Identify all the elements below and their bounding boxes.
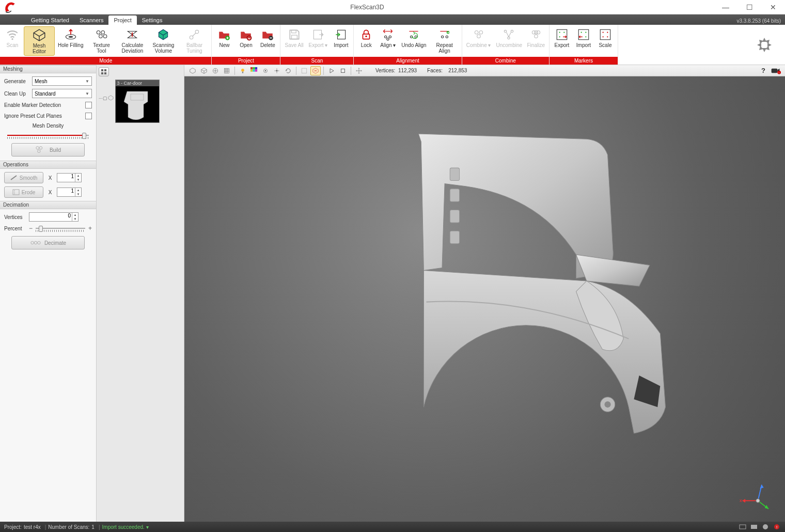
erode-value-input[interactable]: 1▲▼ bbox=[57, 187, 82, 197]
markers-export-button[interactable]: Export bbox=[552, 26, 572, 49]
cleanup-dropdown[interactable]: Standard▼ bbox=[32, 89, 92, 98]
ballbar-tuning-button[interactable]: Ballbar Tuning bbox=[179, 26, 209, 55]
smooth-value-input[interactable]: 1▲▼ bbox=[57, 173, 82, 182]
marker-detect-checkbox[interactable] bbox=[85, 102, 92, 108]
markers-scale-button[interactable]: Scale bbox=[595, 26, 616, 49]
thumbs-view-tab[interactable] bbox=[99, 67, 109, 76]
color-grid-button[interactable] bbox=[249, 66, 259, 75]
percent-slider[interactable] bbox=[36, 225, 85, 232]
generate-dropdown[interactable]: Mesh▼ bbox=[32, 76, 92, 86]
status-project-label: Project: bbox=[4, 524, 22, 530]
repeat-align-button[interactable]: Repeat Align bbox=[430, 26, 460, 55]
help-button[interactable]: ? bbox=[758, 66, 768, 75]
align-button[interactable]: Align ▾ bbox=[378, 26, 398, 49]
marker-toggle[interactable] bbox=[260, 66, 271, 75]
close-button[interactable]: ✕ bbox=[761, 0, 785, 14]
new-button[interactable]: New bbox=[214, 26, 234, 49]
spin-up-icon[interactable]: ▲ bbox=[75, 188, 81, 192]
minimize-button[interactable]: — bbox=[714, 0, 737, 14]
selection-lasso[interactable] bbox=[310, 66, 321, 75]
group-label-scan: Scan bbox=[280, 57, 353, 65]
finalize-button[interactable]: Finalize bbox=[525, 26, 546, 49]
view-mode-3[interactable] bbox=[210, 66, 221, 75]
export-button[interactable]: Export ▾ bbox=[307, 26, 330, 49]
selection-rect[interactable] bbox=[299, 66, 309, 75]
undo-align-icon bbox=[406, 27, 421, 42]
decimate-icon bbox=[30, 238, 41, 247]
tab-settings[interactable]: Settings bbox=[137, 15, 168, 25]
ignore-cut-label: Ignore Preset Cut Planes bbox=[4, 113, 62, 119]
scan-button[interactable]: Scan bbox=[2, 26, 23, 49]
spin-down-icon[interactable]: ▼ bbox=[75, 178, 81, 182]
spin-up-icon[interactable]: ▲ bbox=[72, 213, 78, 217]
mesh-editor-button[interactable]: Mesh Editor bbox=[24, 26, 55, 56]
tree-toggle[interactable]: ···▢ bbox=[99, 95, 114, 101]
svg-rect-82 bbox=[341, 69, 345, 72]
tab-project[interactable]: Project bbox=[108, 15, 136, 25]
lock-button[interactable]: Lock bbox=[356, 26, 376, 49]
save-icon bbox=[287, 27, 302, 42]
uncombine-button[interactable]: Uncombine bbox=[494, 26, 524, 49]
hole-filling-button[interactable]: Hole Filling bbox=[56, 26, 85, 49]
ignore-cut-checkbox[interactable] bbox=[85, 113, 92, 119]
import-button[interactable]: Import bbox=[331, 26, 351, 49]
status-icon-2[interactable] bbox=[750, 523, 758, 530]
svg-point-37 bbox=[559, 32, 560, 33]
stop-button[interactable] bbox=[338, 66, 348, 75]
tab-scanners[interactable]: Scanners bbox=[74, 15, 108, 25]
view-mode-1[interactable] bbox=[187, 66, 198, 75]
group-label-alignment: Alignment bbox=[354, 57, 461, 65]
smooth-x-label: X bbox=[48, 175, 53, 181]
svg-point-47 bbox=[603, 36, 604, 37]
view-mode-2[interactable] bbox=[199, 66, 209, 75]
save-all-button[interactable]: Save All bbox=[282, 26, 305, 49]
camera-error-icon[interactable]: ! bbox=[770, 66, 782, 75]
texture-tool-button[interactable]: Texture Tool bbox=[86, 26, 116, 55]
svg-point-38 bbox=[563, 32, 564, 33]
svg-rect-77 bbox=[255, 69, 257, 71]
build-button[interactable]: Build bbox=[11, 143, 85, 157]
status-icon-1[interactable] bbox=[739, 523, 747, 530]
spin-down-icon[interactable]: ▼ bbox=[72, 217, 78, 221]
calc-deviation-button[interactable]: Calculate Deviation bbox=[117, 26, 147, 55]
svg-rect-75 bbox=[250, 69, 253, 71]
lighting-button[interactable] bbox=[238, 66, 248, 75]
vertices-input[interactable]: 0▲▼ bbox=[29, 212, 78, 222]
3d-canvas[interactable]: x bbox=[184, 76, 785, 522]
svg-rect-67 bbox=[104, 72, 106, 74]
play-button[interactable] bbox=[326, 66, 337, 75]
spin-up-icon[interactable]: ▲ bbox=[75, 174, 81, 178]
markers-import-button[interactable]: Import bbox=[573, 26, 594, 49]
open-button[interactable]: Open bbox=[236, 26, 256, 49]
scan-thumbnail[interactable]: ···▢ 3 - Car-door bbox=[99, 80, 160, 123]
svg-marker-50 bbox=[767, 43, 772, 47]
scanning-volume-button[interactable]: Scanning Volume bbox=[148, 26, 178, 55]
viewport: Vertices: 112,293 Faces: 212,853 ? ! bbox=[184, 65, 785, 522]
status-import-msg[interactable]: Import succeeded. ▾ bbox=[102, 524, 149, 530]
uncombine-icon bbox=[501, 27, 516, 42]
group-label-project: Project bbox=[212, 57, 280, 65]
move-button[interactable] bbox=[354, 66, 364, 75]
smooth-button[interactable]: Smooth bbox=[4, 172, 43, 183]
view-mode-4[interactable] bbox=[222, 66, 232, 75]
reset-view[interactable] bbox=[283, 66, 293, 75]
status-icon-3[interactable] bbox=[761, 523, 770, 530]
svg-rect-76 bbox=[253, 69, 255, 71]
mesh-density-slider[interactable] bbox=[7, 132, 89, 139]
combine-button[interactable]: Combine ▾ bbox=[464, 26, 493, 49]
spin-down-icon[interactable]: ▼ bbox=[75, 192, 81, 196]
svg-rect-13 bbox=[291, 35, 297, 39]
delete-button[interactable]: Delete bbox=[257, 26, 278, 49]
status-error-icon[interactable]: ! bbox=[773, 523, 781, 530]
erode-button[interactable]: Erode bbox=[4, 186, 43, 198]
thumbnail-strip: ···▢ 3 - Car-door bbox=[97, 65, 184, 522]
tab-getting-started[interactable]: Getting Started bbox=[26, 15, 74, 25]
ribbon-group-mode: Scan Mesh Editor Hole Filling Texture To… bbox=[0, 25, 212, 65]
svg-point-29 bbox=[505, 30, 507, 32]
mesh-render bbox=[292, 85, 713, 508]
axis-toggle[interactable] bbox=[272, 66, 282, 75]
undo-align-button[interactable]: Undo Align bbox=[399, 26, 428, 49]
decimate-button[interactable]: Decimate bbox=[11, 236, 85, 249]
axis-gizmo[interactable]: x bbox=[739, 478, 777, 514]
maximize-button[interactable]: ☐ bbox=[737, 0, 761, 14]
